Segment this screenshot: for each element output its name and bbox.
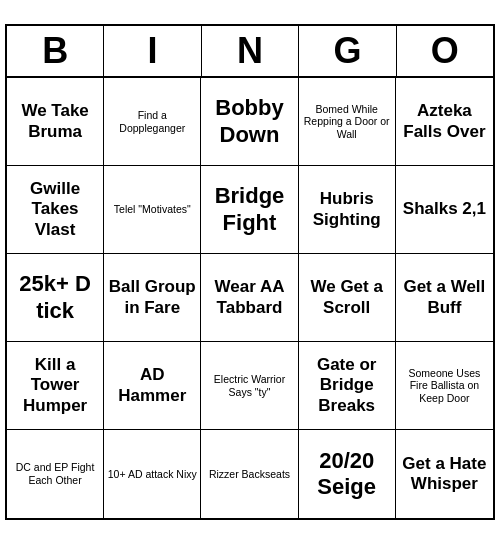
cell-text-14: Get a Well Buff <box>399 277 490 318</box>
bingo-cell-7: Bridge Fight <box>201 166 298 254</box>
bingo-cell-23: 20/20 Seige <box>299 430 396 518</box>
cell-text-9: Shalks 2,1 <box>403 199 486 219</box>
cell-text-23: 20/20 Seige <box>302 448 392 501</box>
bingo-cell-6: Telel "Motivates" <box>104 166 201 254</box>
header-letter-o: O <box>397 26 493 78</box>
bingo-cell-10: 25k+ D tick <box>7 254 104 342</box>
cell-text-5: Gwille Takes Vlast <box>10 179 100 240</box>
cell-text-11: Ball Group in Fare <box>107 277 197 318</box>
cell-text-20: DC and EP Fight Each Other <box>10 461 100 486</box>
bingo-cell-11: Ball Group in Fare <box>104 254 201 342</box>
bingo-cell-5: Gwille Takes Vlast <box>7 166 104 254</box>
bingo-cell-14: Get a Well Buff <box>396 254 493 342</box>
bingo-cell-16: AD Hammer <box>104 342 201 430</box>
bingo-header: BINGO <box>7 26 493 78</box>
cell-text-19: Someone Uses Fire Ballista on Keep Door <box>399 367 490 405</box>
bingo-cell-1: Find a Doppleganger <box>104 78 201 166</box>
cell-text-2: Bobby Down <box>204 95 294 148</box>
bingo-cell-4: Azteka Falls Over <box>396 78 493 166</box>
bingo-cell-0: We Take Bruma <box>7 78 104 166</box>
header-letter-i: I <box>104 26 201 78</box>
bingo-cell-19: Someone Uses Fire Ballista on Keep Door <box>396 342 493 430</box>
bingo-cell-22: Rizzer Backseats <box>201 430 298 518</box>
header-letter-b: B <box>7 26 104 78</box>
bingo-card: BINGO We Take BrumaFind a DopplegangerBo… <box>5 24 495 520</box>
cell-text-13: We Get a Scroll <box>302 277 392 318</box>
bingo-cell-9: Shalks 2,1 <box>396 166 493 254</box>
bingo-cell-8: Hubris Sighting <box>299 166 396 254</box>
cell-text-17: Electric Warrior Says "ty" <box>204 373 294 398</box>
bingo-cell-21: 10+ AD attack Nixy <box>104 430 201 518</box>
cell-text-6: Telel "Motivates" <box>114 203 191 216</box>
cell-text-7: Bridge Fight <box>204 183 294 236</box>
cell-text-21: 10+ AD attack Nixy <box>108 468 197 481</box>
cell-text-15: Kill a Tower Humper <box>10 355 100 416</box>
bingo-cell-17: Electric Warrior Says "ty" <box>201 342 298 430</box>
cell-text-18: Gate or Bridge Breaks <box>302 355 392 416</box>
cell-text-0: We Take Bruma <box>10 101 100 142</box>
bingo-cell-24: Get a Hate Whisper <box>396 430 493 518</box>
header-letter-n: N <box>202 26 299 78</box>
bingo-cell-2: Bobby Down <box>201 78 298 166</box>
cell-text-16: AD Hammer <box>107 365 197 406</box>
cell-text-8: Hubris Sighting <box>302 189 392 230</box>
cell-text-10: 25k+ D tick <box>10 271 100 324</box>
bingo-cell-13: We Get a Scroll <box>299 254 396 342</box>
bingo-grid: We Take BrumaFind a DopplegangerBobby Do… <box>7 78 493 518</box>
bingo-cell-20: DC and EP Fight Each Other <box>7 430 104 518</box>
cell-text-1: Find a Doppleganger <box>107 109 197 134</box>
cell-text-12: Wear AA Tabbard <box>204 277 294 318</box>
cell-text-22: Rizzer Backseats <box>209 468 290 481</box>
bingo-cell-12: Wear AA Tabbard <box>201 254 298 342</box>
bingo-cell-15: Kill a Tower Humper <box>7 342 104 430</box>
bingo-cell-18: Gate or Bridge Breaks <box>299 342 396 430</box>
header-letter-g: G <box>299 26 396 78</box>
cell-text-4: Azteka Falls Over <box>399 101 490 142</box>
bingo-cell-3: Bomed While Repping a Door or Wall <box>299 78 396 166</box>
cell-text-24: Get a Hate Whisper <box>399 454 490 495</box>
cell-text-3: Bomed While Repping a Door or Wall <box>302 103 392 141</box>
